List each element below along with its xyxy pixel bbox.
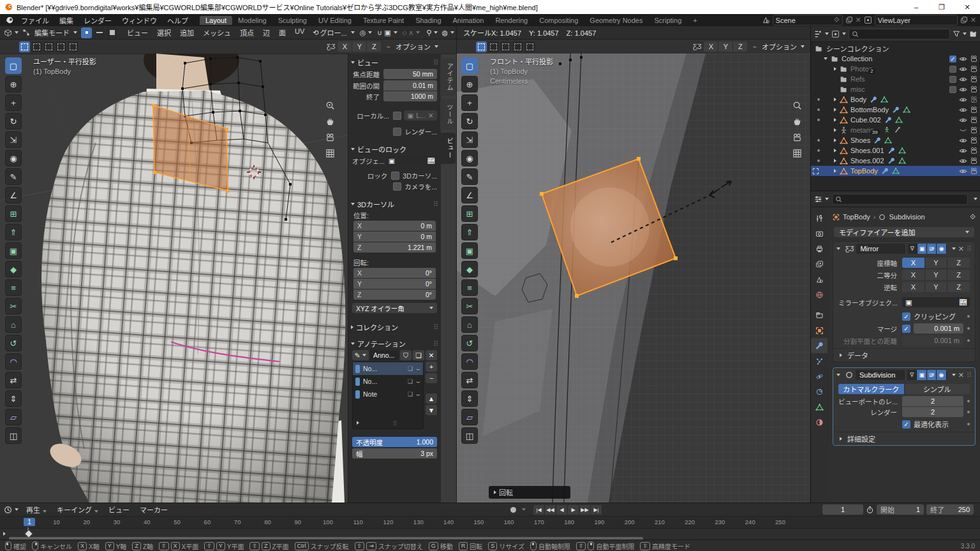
tool-poly-build[interactable]: ⌂ xyxy=(5,316,22,333)
use-preview-range-icon[interactable] xyxy=(866,506,874,514)
expand-arrow[interactable] xyxy=(834,67,836,71)
scene-selector[interactable]: Scene ⟐ xyxy=(773,15,843,26)
grid-toggle-icon[interactable] xyxy=(791,147,803,159)
app-menu-2[interactable]: レンダー xyxy=(78,15,117,26)
tool-loop-cut[interactable]: ≡ xyxy=(461,279,478,296)
keying-dropdown[interactable] xyxy=(522,508,526,511)
render-camera-icon[interactable] xyxy=(970,116,978,124)
n-panel-tab-ビュー[interactable]: ビュー xyxy=(440,133,456,164)
focal-length-field[interactable]: 50 mm xyxy=(383,69,437,79)
wrench-icon[interactable] xyxy=(884,116,892,124)
workspace-tab-layout[interactable]: Layout xyxy=(200,16,232,25)
wrench-icon[interactable] xyxy=(892,106,900,114)
row-name[interactable]: Refs xyxy=(850,75,865,83)
tool-shear[interactable]: ▱ xyxy=(461,409,478,425)
viewport-menu-6[interactable]: 面 xyxy=(274,27,290,38)
previous-keyframe-button[interactable]: ◀◀ xyxy=(545,505,556,515)
outliner-row-Body[interactable]: Body xyxy=(811,94,980,105)
data-icon[interactable] xyxy=(892,167,900,175)
select-mode-set[interactable] xyxy=(476,41,487,52)
expand-arrow[interactable] xyxy=(834,98,836,101)
properties-tab-physics[interactable] xyxy=(811,369,828,384)
scene-pin-icon[interactable]: ⟐ xyxy=(834,16,840,24)
rotation-mode-dropdown[interactable]: XYZ オイラー角 xyxy=(352,303,437,313)
filter-funnel-icon[interactable] xyxy=(953,30,967,38)
tool-select-box[interactable]: ▢ xyxy=(461,57,478,74)
workspace-tab-compositing[interactable]: Compositing xyxy=(533,16,584,25)
timeline-menu-3[interactable]: マーカー xyxy=(135,504,173,515)
transform-orientation-dropdown[interactable]: グロー... xyxy=(319,27,348,38)
zoom-icon[interactable] xyxy=(791,99,803,111)
cursor-rotation-z-field[interactable]: Z0° xyxy=(353,290,436,300)
timeline-editor-icon[interactable] xyxy=(4,506,19,514)
expand-arrow[interactable] xyxy=(834,108,836,112)
mode-dropdown[interactable]: 編集モード xyxy=(30,27,71,38)
data-icon[interactable] xyxy=(898,147,906,154)
viewport-menu-3[interactable]: メッシュ xyxy=(198,27,235,38)
properties-tab-tool[interactable] xyxy=(811,210,828,226)
select-mode-extend[interactable] xyxy=(488,41,499,52)
hide-eye-icon[interactable] xyxy=(959,76,967,83)
row-name[interactable]: BottomBody xyxy=(850,106,889,114)
close-button[interactable]: ✕ xyxy=(954,0,980,14)
properties-tab-output[interactable] xyxy=(811,241,828,256)
new-viewlayer-icon[interactable] xyxy=(960,17,968,24)
data-icon[interactable] xyxy=(898,157,906,165)
mirror-axis-x[interactable]: X xyxy=(704,41,718,52)
cursor-rotation-y-field[interactable]: Y0° xyxy=(353,279,436,289)
mirror-data-section[interactable]: データ xyxy=(833,348,975,362)
tool-shear[interactable]: ▱ xyxy=(5,409,22,425)
properties-tab-particles[interactable] xyxy=(811,353,828,369)
row-name[interactable]: Shoes xyxy=(850,136,870,144)
wrench-icon[interactable] xyxy=(870,96,877,103)
n-panel-tab-ツール[interactable]: ツール xyxy=(440,99,456,130)
display-mode-dropdown[interactable] xyxy=(814,30,829,38)
play-button[interactable]: ▶ xyxy=(568,505,579,515)
select-mode-subtract[interactable] xyxy=(43,41,54,52)
local-camera-checkbox[interactable] xyxy=(393,112,401,120)
hide-eye-icon[interactable] xyxy=(959,168,967,175)
outliner-search-input[interactable] xyxy=(849,29,950,40)
tool-cursor[interactable]: ⊕ xyxy=(461,76,478,92)
hide-eye-icon[interactable] xyxy=(959,66,967,73)
workspace-tab-animation[interactable]: Animation xyxy=(447,16,490,25)
mir-bisect-z[interactable]: Z xyxy=(947,270,970,280)
lock-cursor-checkbox[interactable] xyxy=(391,172,399,180)
tool-add-cube[interactable]: ⊞ xyxy=(461,205,478,222)
remove-viewlayer-icon[interactable]: ✕ xyxy=(970,16,976,24)
wrench-icon[interactable] xyxy=(887,147,895,154)
cursor-rotation-x-field[interactable]: X0° xyxy=(353,268,436,278)
outliner-row-Photos[interactable]: Photos2 xyxy=(811,64,980,74)
pin-icon[interactable]: ⟐ xyxy=(970,213,976,221)
select-mode-set[interactable] xyxy=(19,41,30,52)
render-region-checkbox[interactable] xyxy=(393,128,401,136)
render-camera-icon[interactable] xyxy=(970,167,978,175)
tool-add-cube[interactable]: ⊞ xyxy=(5,205,22,222)
tool-smooth[interactable]: ◠ xyxy=(461,353,478,370)
n-panel-tab-アイテム[interactable]: アイテム xyxy=(440,58,456,96)
tool-poly-build[interactable]: ⌂ xyxy=(461,316,478,333)
properties-tab-scene[interactable] xyxy=(811,272,828,287)
eyedropper-icon[interactable]: 🢾 xyxy=(428,157,435,165)
play-reverse-button[interactable]: ◀ xyxy=(556,505,568,515)
viewport-menu-4[interactable]: 頂点 xyxy=(235,27,258,38)
mirror-extras-dropdown[interactable] xyxy=(952,247,956,250)
expand-arrow[interactable] xyxy=(834,128,836,132)
redo-panel[interactable]: 回転 xyxy=(489,486,570,499)
move-layer-up-button[interactable]: ▲ xyxy=(426,393,437,404)
bone-icon[interactable] xyxy=(894,126,902,134)
properties-tab-data[interactable] xyxy=(811,399,828,415)
simple-button[interactable]: シンプル xyxy=(905,384,970,394)
list-expand-icon[interactable] xyxy=(357,421,359,425)
local-camera-field[interactable]: ▣L...✕ xyxy=(404,110,437,121)
workspace-tab-geometry-nodes[interactable]: Geometry Nodes xyxy=(584,16,648,25)
onion-skin-icon[interactable]: ❏ xyxy=(408,365,413,372)
collapse-mirror-icon[interactable] xyxy=(836,247,840,250)
tool-transform[interactable]: ◉ xyxy=(461,150,478,166)
tool-rotate[interactable]: ↻ xyxy=(461,113,478,129)
tool-transform[interactable]: ◉ xyxy=(5,150,22,166)
blender-menu-icon[interactable] xyxy=(5,16,13,24)
mirror-axis-y[interactable]: Y xyxy=(352,41,367,52)
subdiv-delete-icon[interactable]: ✕ xyxy=(958,371,964,379)
mir-bisect-x[interactable]: X xyxy=(902,270,925,280)
